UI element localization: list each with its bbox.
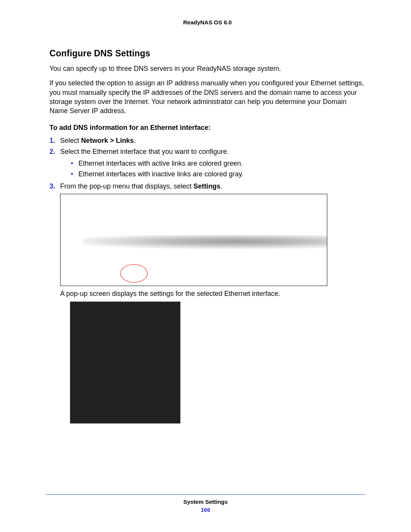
step-3-bold: Settings: [193, 182, 220, 190]
paragraph-1: You can specify up to three DNS servers …: [49, 64, 365, 73]
footer-page-number: 166: [46, 506, 365, 513]
step-3: From the pop-up menu that displays, sele…: [49, 181, 365, 192]
step-2-text: Select the Ethernet interface that you w…: [60, 148, 229, 155]
document-header: ReadyNAS OS 6.0: [49, 19, 365, 26]
paragraph-2: If you selected the option to assign an …: [49, 78, 365, 115]
page-footer: System Settings 166: [46, 494, 365, 513]
step-1-prefix: Select: [60, 137, 81, 144]
step-2-bullets: Ethernet interfaces with active links ar…: [71, 158, 365, 180]
step-1-suffix: .: [134, 137, 136, 144]
screenshot-1: [60, 194, 327, 286]
bullet-1: Ethernet interfaces with active links ar…: [71, 158, 365, 169]
step-1: Select Network > Links.: [49, 136, 365, 146]
procedure-heading: To add DNS information for an Ethernet i…: [49, 124, 365, 132]
bullet-2: Ethernet interfaces with inactive links …: [71, 169, 365, 180]
highlight-oval-icon: [120, 264, 148, 283]
after-figure-text: A pop-up screen displays the settings fo…: [60, 289, 365, 298]
section-heading: Configure DNS Settings: [49, 48, 365, 59]
step-3-prefix: From the pop-up menu that displays, sele…: [60, 182, 193, 190]
screenshot-2: [70, 302, 180, 423]
step-1-bold: Network > Links: [81, 137, 134, 144]
footer-section-name: System Settings: [46, 498, 365, 505]
step-2: Select the Ethernet interface that you w…: [49, 147, 365, 180]
shadow-graphic: [83, 235, 327, 256]
step-3-suffix: .: [220, 182, 222, 190]
steps-list: Select Network > Links. Select the Ether…: [49, 136, 365, 192]
